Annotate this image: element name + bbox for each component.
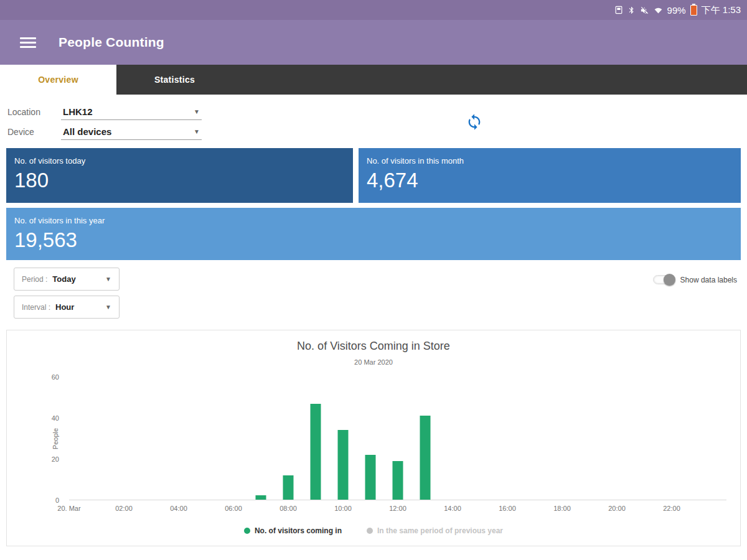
x-tick-label: 12:00	[389, 505, 406, 512]
location-label: Location	[0, 107, 61, 117]
device-value: All devices	[63, 126, 111, 137]
filter-section: Location LHK12 ▼ Device All devices ▼	[0, 95, 747, 148]
bar[interactable]	[393, 461, 403, 500]
bar[interactable]	[365, 455, 376, 500]
card-value: 19,563	[14, 228, 733, 252]
chevron-down-icon: ▼	[105, 304, 111, 310]
show-data-labels-toggle[interactable]	[653, 275, 675, 284]
status-time: 下午 1:53	[702, 4, 741, 16]
chart-controls: Period : Today ▼ Interval : Hour ▼ Show …	[0, 260, 747, 330]
tab-overview[interactable]: Overview	[0, 65, 116, 95]
period-value: Today	[52, 274, 100, 284]
interval-select[interactable]: Interval : Hour ▼	[14, 296, 120, 319]
chevron-down-icon: ▼	[105, 276, 111, 282]
period-select[interactable]: Period : Today ▼	[14, 268, 120, 291]
card-visitors-today: No. of visitors today 180	[6, 148, 353, 203]
tab-statistics[interactable]: Statistics	[116, 65, 233, 95]
x-tick-label: 08:00	[280, 505, 297, 512]
chevron-down-icon: ▼	[194, 128, 200, 135]
bar[interactable]	[256, 495, 266, 500]
card-visitors-month: No. of visitors in this month 4,674	[359, 148, 741, 203]
period-label: Period :	[22, 275, 47, 284]
legend-item-1[interactable]: In the same period of previous year	[367, 526, 503, 535]
y-tick-label: 40	[52, 414, 59, 422]
device-select[interactable]: All devices ▼	[61, 124, 202, 140]
card-label: No. of visitors in this month	[367, 156, 733, 166]
x-tick-label: 16:00	[499, 505, 516, 512]
bar[interactable]	[311, 404, 321, 500]
app-bar: People Counting	[0, 20, 747, 65]
bar[interactable]	[338, 430, 349, 500]
y-tick-label: 0	[55, 497, 59, 504]
y-axis-title: People	[52, 428, 59, 449]
plot-area	[69, 377, 726, 500]
x-tick-label: 20. Mar	[57, 505, 80, 512]
card-label: No. of visitors today	[14, 156, 345, 166]
chevron-down-icon: ▼	[194, 108, 200, 115]
legend-dot-icon	[367, 528, 373, 534]
x-tick-label: 20:00	[608, 505, 626, 512]
chart-title: No. of Visitors Coming in Store	[7, 340, 740, 353]
legend-item-0[interactable]: No. of visitors coming in	[244, 526, 342, 535]
x-tick-label: 14:00	[444, 505, 461, 512]
legend-dot-icon	[244, 528, 250, 534]
status-bar: 99% 下午 1:53	[0, 0, 747, 20]
refresh-button[interactable]	[466, 113, 483, 131]
tab-bar: Overview Statistics	[0, 65, 747, 95]
interval-label: Interval :	[22, 303, 50, 312]
card-label: No. of visitors in this year	[14, 216, 733, 225]
volume-muted-icon	[640, 6, 649, 15]
y-tick-label: 20	[52, 455, 59, 463]
stat-cards: No. of visitors today 180 No. of visitor…	[0, 148, 747, 260]
x-tick-label: 18:00	[553, 505, 571, 512]
legend-label: No. of visitors coming in	[255, 526, 342, 535]
x-tick-label: 22:00	[663, 505, 680, 512]
x-tick-label: 06:00	[225, 505, 242, 512]
card-value: 180	[14, 169, 345, 192]
page-title: People Counting	[59, 35, 164, 50]
screenshot-icon	[614, 6, 623, 14]
chart-legend: No. of visitors coming inIn the same per…	[7, 526, 740, 535]
screen: 99% 下午 1:53 People Counting Overview Sta…	[0, 0, 747, 560]
legend-label: In the same period of previous year	[377, 526, 503, 535]
location-value: LHK12	[63, 106, 93, 117]
battery-icon	[690, 5, 697, 16]
card-value: 4,674	[367, 169, 733, 192]
plot-wrap: People 0204060	[69, 377, 726, 500]
location-select[interactable]: LHK12 ▼	[61, 104, 202, 120]
interval-value: Hour	[55, 302, 100, 312]
show-data-labels-label: Show data labels	[680, 276, 737, 284]
device-label: Device	[0, 127, 61, 137]
x-tick-label: 04:00	[170, 505, 187, 512]
hamburger-menu-icon[interactable]	[20, 35, 36, 50]
x-tick-label: 10:00	[334, 505, 352, 512]
card-visitors-year: No. of visitors in this year 19,563	[6, 208, 741, 260]
chart-subtitle: 20 Mar 2020	[7, 358, 740, 366]
battery-percent: 99%	[667, 5, 686, 16]
chart-panel: No. of Visitors Coming in Store 20 Mar 2…	[6, 330, 741, 546]
y-axis: People 0204060	[40, 377, 65, 500]
x-tick-label: 02:00	[115, 505, 133, 512]
bluetooth-icon	[627, 6, 636, 15]
x-axis: 20. Mar02:0004:0006:0008:0010:0012:0014:…	[69, 505, 726, 514]
bar[interactable]	[420, 416, 431, 500]
bar[interactable]	[283, 475, 294, 500]
y-tick-label: 60	[52, 373, 59, 381]
wifi-icon	[654, 6, 663, 14]
toggle-knob	[664, 274, 675, 286]
